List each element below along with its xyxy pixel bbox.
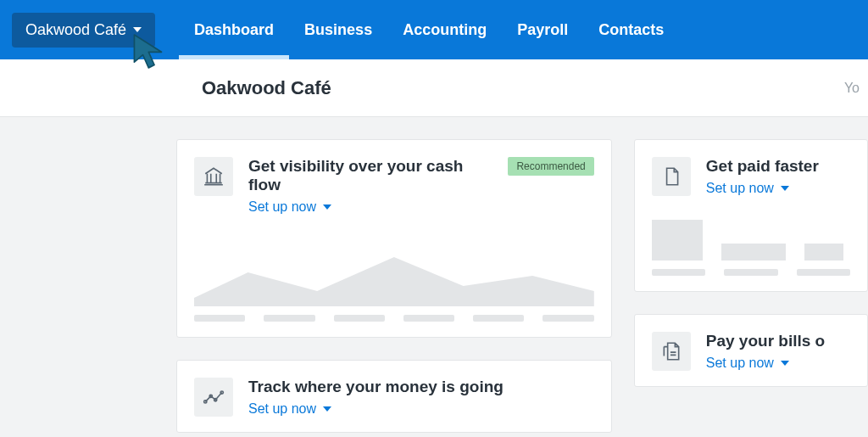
card-title: Pay your bills o (706, 332, 850, 350)
setup-link-label: Set up now (706, 356, 774, 371)
setup-link-label: Set up now (248, 401, 316, 417)
card-track: Track where your money is going Set up n… (176, 360, 612, 433)
org-switcher-label: Oakwood Café (25, 21, 126, 39)
nav-dashboard[interactable]: Dashboard (179, 0, 289, 59)
chevron-down-icon (781, 186, 789, 191)
setup-link-label: Set up now (706, 181, 774, 196)
nav-accounting[interactable]: Accounting (387, 0, 502, 59)
page-title: Oakwood Café (202, 77, 331, 99)
bill-icon (652, 332, 691, 371)
subheader: Oakwood Café Yo (0, 59, 868, 117)
setup-link[interactable]: Set up now (706, 181, 789, 196)
file-icon (652, 157, 691, 196)
truncated-text: Yo (844, 81, 860, 96)
bank-icon (194, 157, 233, 196)
card-title: Track where your money is going (248, 378, 594, 396)
setup-link[interactable]: Set up now (706, 356, 789, 371)
card-cashflow: Get visibility over your cash flow Set u… (176, 139, 612, 338)
nav-item-label: Accounting (403, 21, 487, 39)
nav-business[interactable]: Business (289, 0, 387, 59)
caret-down-icon (133, 27, 142, 32)
card-getpaid: Get paid faster Set up now (634, 139, 868, 292)
chart-placeholder (194, 238, 594, 322)
nav-item-label: Business (304, 21, 372, 39)
nav-contacts[interactable]: Contacts (583, 0, 679, 59)
nav-payroll[interactable]: Payroll (502, 0, 583, 59)
dashboard-content: Get visibility over your cash flow Set u… (0, 117, 868, 433)
card-title: Get paid faster (706, 157, 850, 176)
card-title: Get visibility over your cash flow (248, 157, 492, 194)
nav-items: Dashboard Business Accounting Payroll Co… (179, 0, 679, 59)
card-paybills: Pay your bills o Set up now (634, 314, 868, 387)
nav-item-label: Dashboard (194, 21, 274, 39)
blocks-placeholder (652, 220, 850, 261)
trend-icon (194, 378, 233, 417)
recommended-badge: Recommended (508, 157, 593, 176)
top-nav: Oakwood Café Dashboard Business Accounti… (0, 0, 868, 59)
setup-link[interactable]: Set up now (248, 401, 331, 417)
chevron-down-icon (781, 361, 789, 366)
setup-link-label: Set up now (248, 199, 316, 215)
nav-item-label: Contacts (598, 21, 664, 39)
nav-item-label: Payroll (517, 21, 568, 39)
chevron-down-icon (323, 204, 331, 210)
setup-link[interactable]: Set up now (248, 199, 331, 215)
chevron-down-icon (323, 406, 331, 412)
org-switcher[interactable]: Oakwood Café (12, 13, 155, 48)
